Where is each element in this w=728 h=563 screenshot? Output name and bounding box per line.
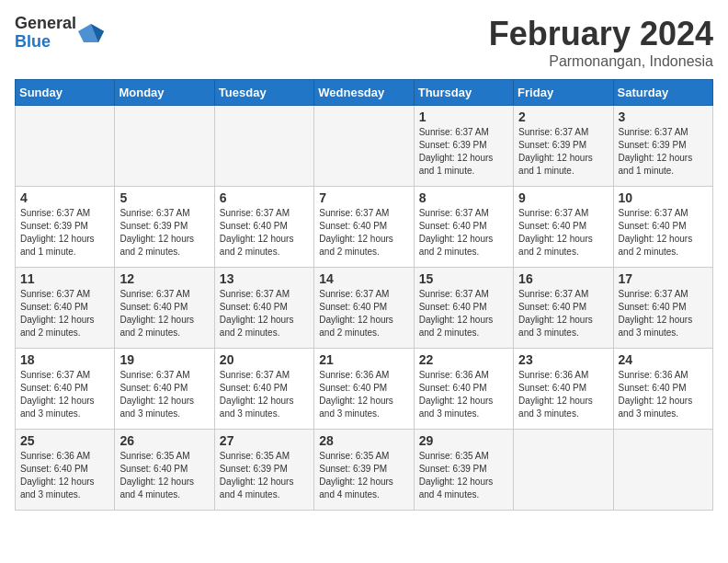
- calendar-cell: 2Sunrise: 6:37 AM Sunset: 6:39 PM Daylig…: [514, 106, 613, 187]
- calendar-cell: 6Sunrise: 6:37 AM Sunset: 6:40 PM Daylig…: [214, 187, 313, 268]
- calendar-cell: 14Sunrise: 6:37 AM Sunset: 6:40 PM Dayli…: [314, 268, 414, 349]
- day-number: 2: [518, 109, 608, 124]
- day-info: Sunrise: 6:37 AM Sunset: 6:40 PM Dayligh…: [119, 288, 209, 339]
- day-number: 4: [20, 190, 109, 205]
- calendar-header-friday: Friday: [514, 80, 613, 106]
- calendar-cell: 20Sunrise: 6:37 AM Sunset: 6:40 PM Dayli…: [214, 349, 313, 430]
- calendar-header-wednesday: Wednesday: [314, 80, 414, 106]
- calendar-header-sunday: Sunday: [16, 80, 115, 106]
- calendar-cell: 16Sunrise: 6:37 AM Sunset: 6:40 PM Dayli…: [514, 268, 613, 349]
- day-number: 5: [119, 190, 209, 205]
- calendar-week-4: 25Sunrise: 6:36 AM Sunset: 6:40 PM Dayli…: [16, 430, 713, 511]
- day-info: Sunrise: 6:36 AM Sunset: 6:40 PM Dayligh…: [20, 450, 109, 501]
- calendar-table: SundayMondayTuesdayWednesdayThursdayFrid…: [15, 79, 713, 511]
- day-info: Sunrise: 6:36 AM Sunset: 6:40 PM Dayligh…: [419, 369, 508, 420]
- day-number: 18: [20, 352, 109, 367]
- day-info: Sunrise: 6:36 AM Sunset: 6:40 PM Dayligh…: [518, 369, 608, 420]
- day-number: 29: [419, 433, 508, 448]
- day-info: Sunrise: 6:35 AM Sunset: 6:39 PM Dayligh…: [220, 450, 309, 501]
- calendar-cell: 19Sunrise: 6:37 AM Sunset: 6:40 PM Dayli…: [115, 349, 214, 430]
- day-number: 13: [220, 271, 309, 286]
- calendar-week-0: 1Sunrise: 6:37 AM Sunset: 6:39 PM Daylig…: [16, 106, 713, 187]
- day-info: Sunrise: 6:37 AM Sunset: 6:40 PM Dayligh…: [119, 369, 209, 420]
- calendar-cell: 9Sunrise: 6:37 AM Sunset: 6:40 PM Daylig…: [514, 187, 613, 268]
- calendar-cell: 11Sunrise: 6:37 AM Sunset: 6:40 PM Dayli…: [16, 268, 115, 349]
- calendar-cell: 27Sunrise: 6:35 AM Sunset: 6:39 PM Dayli…: [214, 430, 313, 511]
- calendar-cell: 25Sunrise: 6:36 AM Sunset: 6:40 PM Dayli…: [16, 430, 115, 511]
- day-info: Sunrise: 6:35 AM Sunset: 6:39 PM Dayligh…: [419, 450, 508, 501]
- month-title: February 2024: [489, 15, 713, 53]
- calendar-cell: 21Sunrise: 6:36 AM Sunset: 6:40 PM Dayli…: [314, 349, 414, 430]
- day-number: 20: [220, 352, 309, 367]
- calendar-cell: [16, 106, 115, 187]
- day-info: Sunrise: 6:37 AM Sunset: 6:40 PM Dayligh…: [319, 207, 408, 259]
- day-info: Sunrise: 6:37 AM Sunset: 6:40 PM Dayligh…: [619, 207, 708, 259]
- day-info: Sunrise: 6:37 AM Sunset: 6:40 PM Dayligh…: [419, 207, 508, 259]
- day-number: 11: [20, 271, 109, 286]
- calendar-cell: [115, 106, 214, 187]
- calendar-cell: 22Sunrise: 6:36 AM Sunset: 6:40 PM Dayli…: [414, 349, 513, 430]
- logo-blue-text: Blue: [15, 33, 76, 52]
- day-number: 17: [619, 271, 708, 286]
- calendar-cell: 17Sunrise: 6:37 AM Sunset: 6:40 PM Dayli…: [613, 268, 712, 349]
- day-info: Sunrise: 6:37 AM Sunset: 6:39 PM Dayligh…: [20, 207, 109, 259]
- calendar-cell: 1Sunrise: 6:37 AM Sunset: 6:39 PM Daylig…: [414, 106, 513, 187]
- day-info: Sunrise: 6:35 AM Sunset: 6:40 PM Dayligh…: [119, 450, 209, 501]
- calendar-cell: [514, 430, 613, 511]
- calendar-header-monday: Monday: [115, 80, 214, 106]
- calendar-cell: 23Sunrise: 6:36 AM Sunset: 6:40 PM Dayli…: [514, 349, 613, 430]
- day-info: Sunrise: 6:37 AM Sunset: 6:40 PM Dayligh…: [20, 288, 109, 339]
- day-info: Sunrise: 6:37 AM Sunset: 6:40 PM Dayligh…: [518, 207, 608, 259]
- logo-general-text: General: [15, 15, 76, 33]
- day-info: Sunrise: 6:37 AM Sunset: 6:40 PM Dayligh…: [220, 369, 309, 420]
- calendar-header-saturday: Saturday: [613, 80, 712, 106]
- day-info: Sunrise: 6:37 AM Sunset: 6:40 PM Dayligh…: [419, 288, 508, 339]
- calendar-cell: 12Sunrise: 6:37 AM Sunset: 6:40 PM Dayli…: [115, 268, 214, 349]
- day-number: 16: [518, 271, 608, 286]
- day-number: 19: [119, 352, 209, 367]
- day-info: Sunrise: 6:36 AM Sunset: 6:40 PM Dayligh…: [319, 369, 408, 420]
- calendar-cell: 29Sunrise: 6:35 AM Sunset: 6:39 PM Dayli…: [414, 430, 513, 511]
- day-info: Sunrise: 6:37 AM Sunset: 6:40 PM Dayligh…: [518, 288, 608, 339]
- calendar-week-1: 4Sunrise: 6:37 AM Sunset: 6:39 PM Daylig…: [16, 187, 713, 268]
- day-number: 6: [220, 190, 309, 205]
- calendar-cell: [314, 106, 414, 187]
- calendar-cell: 13Sunrise: 6:37 AM Sunset: 6:40 PM Dayli…: [214, 268, 313, 349]
- calendar-header-row: SundayMondayTuesdayWednesdayThursdayFrid…: [16, 80, 713, 106]
- day-number: 25: [20, 433, 109, 448]
- day-number: 9: [518, 190, 608, 205]
- day-number: 21: [319, 352, 408, 367]
- calendar-cell: 4Sunrise: 6:37 AM Sunset: 6:39 PM Daylig…: [16, 187, 115, 268]
- day-info: Sunrise: 6:37 AM Sunset: 6:40 PM Dayligh…: [319, 288, 408, 339]
- day-info: Sunrise: 6:37 AM Sunset: 6:39 PM Dayligh…: [119, 207, 209, 259]
- calendar-cell: 10Sunrise: 6:37 AM Sunset: 6:40 PM Dayli…: [613, 187, 712, 268]
- calendar-header-thursday: Thursday: [414, 80, 513, 106]
- calendar-cell: 15Sunrise: 6:37 AM Sunset: 6:40 PM Dayli…: [414, 268, 513, 349]
- calendar-cell: 5Sunrise: 6:37 AM Sunset: 6:39 PM Daylig…: [115, 187, 214, 268]
- day-number: 22: [419, 352, 508, 367]
- day-number: 26: [119, 433, 209, 448]
- calendar-cell: [613, 430, 712, 511]
- calendar-week-3: 18Sunrise: 6:37 AM Sunset: 6:40 PM Dayli…: [16, 349, 713, 430]
- day-number: 27: [220, 433, 309, 448]
- calendar-cell: 18Sunrise: 6:37 AM Sunset: 6:40 PM Dayli…: [16, 349, 115, 430]
- day-number: 7: [319, 190, 408, 205]
- day-info: Sunrise: 6:35 AM Sunset: 6:39 PM Dayligh…: [319, 450, 408, 501]
- day-info: Sunrise: 6:37 AM Sunset: 6:39 PM Dayligh…: [518, 126, 608, 178]
- day-number: 24: [619, 352, 708, 367]
- calendar-cell: 7Sunrise: 6:37 AM Sunset: 6:40 PM Daylig…: [314, 187, 414, 268]
- day-info: Sunrise: 6:37 AM Sunset: 6:40 PM Dayligh…: [619, 288, 708, 339]
- calendar-cell: [214, 106, 313, 187]
- day-info: Sunrise: 6:37 AM Sunset: 6:40 PM Dayligh…: [220, 207, 309, 259]
- day-info: Sunrise: 6:36 AM Sunset: 6:40 PM Dayligh…: [619, 369, 708, 420]
- day-number: 10: [619, 190, 708, 205]
- day-info: Sunrise: 6:37 AM Sunset: 6:40 PM Dayligh…: [220, 288, 309, 339]
- day-number: 1: [419, 109, 508, 124]
- calendar-week-2: 11Sunrise: 6:37 AM Sunset: 6:40 PM Dayli…: [16, 268, 713, 349]
- day-number: 28: [319, 433, 408, 448]
- header: General Blue February 2024 Parmonangan, …: [15, 15, 713, 70]
- logo-icon: [78, 20, 104, 46]
- day-number: 12: [119, 271, 209, 286]
- location: Parmonangan, Indonesia: [489, 53, 713, 70]
- calendar-header-tuesday: Tuesday: [214, 80, 313, 106]
